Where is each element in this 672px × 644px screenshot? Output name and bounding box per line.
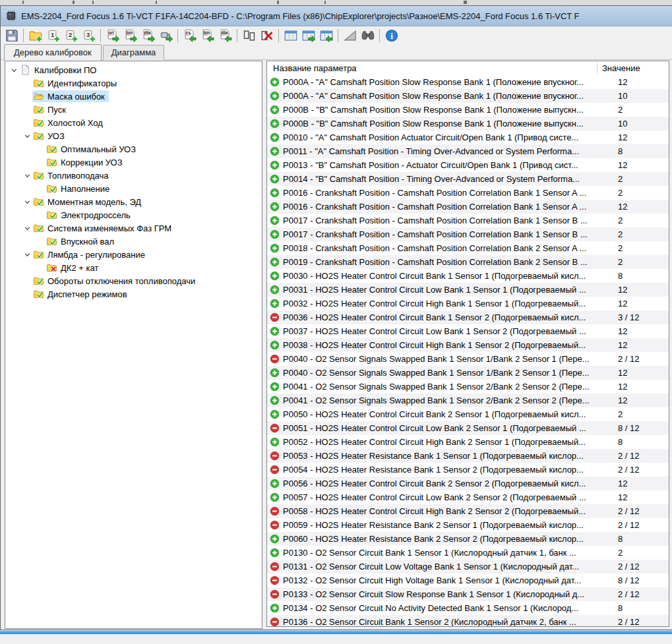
column-header-value[interactable]: Значение [602, 63, 640, 73]
tree-item[interactable]: Топливоподача [5, 169, 262, 182]
table-row[interactable]: P0131 - O2 Sensor Circuit Low Voltage Ba… [267, 560, 669, 573]
export-dta-button[interactable]: dta [139, 27, 157, 44]
tree-item[interactable]: ДК2 + кат [5, 261, 262, 274]
about-button[interactable]: i [382, 27, 400, 44]
table-row[interactable]: P0030 - HO2S Heater Control Circuit Bank… [267, 269, 669, 283]
table-row[interactable]: P0017 - Crankshaft Position - Camshaft P… [267, 227, 669, 241]
table-row[interactable]: P0018 - Crankshaft Position - Camshaft P… [267, 241, 669, 255]
chevron-down-icon[interactable] [22, 196, 32, 207]
titlebar[interactable]: EMS-2204_Ford Focus 1.6 Ti-VCT F1FA-14C2… [1, 6, 672, 26]
add-project-button[interactable] [26, 27, 44, 44]
table-row[interactable]: P0040 - O2 Sensor Signals Swapped Bank 1… [267, 366, 669, 380]
tree-item[interactable]: Калибровки ПО [5, 63, 262, 76]
export-device-button[interactable] [157, 27, 175, 44]
chevron-down-icon[interactable] [22, 249, 32, 260]
table-row[interactable]: P0016 - Crankshaft Position - Camshaft P… [267, 186, 669, 200]
tree-node-body[interactable]: Оптимальный УОЗ [46, 143, 140, 155]
tree-node-body[interactable]: Электродроссель [46, 209, 135, 221]
table-row[interactable]: P000B - "B" Camshaft Position Slow Respo… [267, 103, 669, 117]
table-row[interactable]: P0051 - HO2S Heater Control Circuit Low … [267, 421, 669, 435]
tree-node-body[interactable]: Холостой Ход [32, 117, 107, 129]
chevron-down-icon[interactable] [22, 131, 32, 141]
tree-item[interactable]: Пуск [5, 103, 262, 116]
column-header-name[interactable]: Название параметра [267, 63, 357, 73]
window-bottom-border[interactable] [0, 630, 672, 634]
tab-calibration-tree[interactable]: Дерево калибровок [4, 44, 102, 61]
table-row[interactable]: P0031 - HO2S Heater Control Circuit Low … [267, 283, 669, 297]
chevron-down-icon[interactable] [22, 223, 32, 233]
table-row[interactable]: P0014 - "B" Camshaft Position - Timing O… [267, 172, 669, 186]
import-bin-button[interactable]: bin [199, 27, 216, 44]
tree-item[interactable]: Электродроссель [5, 208, 262, 221]
tree-node-body[interactable]: Диспетчер режимов [32, 288, 131, 300]
tree-item[interactable]: Система изменяемых Фаз ГРМ [5, 221, 262, 235]
tab-diagram[interactable]: Диаграмма [103, 45, 165, 60]
tree-item[interactable]: Коррекции УОЗ [5, 156, 262, 169]
save-button[interactable] [3, 27, 20, 44]
tree-node-body[interactable]: Лямбда - регулирование [32, 249, 149, 260]
table-row[interactable]: P0041 - O2 Sensor Signals Swapped Bank 1… [267, 394, 669, 407]
ramp-button[interactable] [341, 27, 359, 44]
table-row[interactable]: P0041 - O2 Sensor Signals Swapped Bank 1… [267, 380, 669, 394]
tree-node-body[interactable]: УОЗ [32, 130, 69, 142]
table-row[interactable]: P0013 - "B" Camshaft Position - Actuator… [267, 158, 669, 172]
tree-item[interactable]: Диспетчер режимов [5, 287, 262, 301]
tree-item[interactable]: Маска ошибок [5, 90, 262, 103]
import-dta-button[interactable]: dta [216, 27, 234, 44]
table-export-button[interactable] [299, 27, 317, 44]
tree-node-body[interactable]: Обороты отключения топливоподачи [32, 275, 199, 287]
table-row[interactable]: P0017 - Crankshaft Position - Camshaft P… [267, 214, 669, 227]
tree-item[interactable]: Моментная модель, ЭД [5, 195, 262, 208]
tree-node-body[interactable]: ДК2 + кат [46, 262, 102, 274]
tree-item[interactable]: Впускной вал [5, 235, 262, 248]
tree-node-body[interactable]: Моментная модель, ЭД [32, 196, 145, 208]
import-cs-button[interactable]: cs. [181, 27, 199, 44]
table-row[interactable]: P0019 - Crankshaft Position - Camshaft P… [267, 255, 669, 269]
table-row[interactable]: P0036 - HO2S Heater Control Circuit Bank… [267, 310, 669, 324]
tree-item[interactable]: Оптимальный УОЗ [5, 142, 262, 156]
tree-item[interactable]: Идентификаторы [5, 76, 262, 90]
column-separator[interactable] [597, 63, 597, 74]
table-row[interactable]: P000A - "A" Camshaft Position Slow Respo… [267, 89, 669, 103]
table-row[interactable]: P0032 - HO2S Heater Control Circuit High… [267, 297, 669, 310]
tree-item[interactable]: УОЗ [5, 129, 262, 142]
search-button[interactable] [359, 27, 377, 44]
table-row[interactable]: P0059 - HO2S Heater Resistance Bank 2 Se… [267, 518, 669, 532]
table-row[interactable]: P0058 - HO2S Heater Control Circuit High… [267, 504, 669, 518]
table-row[interactable]: P0038 - HO2S Heater Control Circuit High… [267, 338, 669, 352]
chevron-down-icon[interactable] [22, 170, 32, 181]
table-row[interactable]: P0130 - O2 Sensor Circuit Bank 1 Sensor … [267, 546, 669, 560]
table-row[interactable]: P0053 - HO2S Heater Resistance Bank 1 Se… [267, 449, 669, 463]
table-row[interactable]: P0136 - O2 Sensor Circuit Bank 1 Sensor … [267, 615, 669, 627]
tree-node-body[interactable]: Маска ошибок [32, 90, 109, 102]
table-row[interactable]: P000A - "A" Camshaft Position Slow Respo… [267, 75, 669, 89]
export-ori-button[interactable]: ori [104, 27, 121, 44]
remove-chip-button[interactable] [258, 27, 276, 44]
table-row[interactable]: P0010 - "A" Camshaft Position Actuator C… [267, 131, 669, 144]
tree-item[interactable]: Лямбда - регулирование [5, 248, 262, 261]
tree-item[interactable]: Обороты отключения топливоподачи [5, 274, 262, 287]
tree-node-body[interactable]: Система изменяемых Фаз ГРМ [32, 222, 175, 234]
table-row[interactable]: P0056 - HO2S Heater Control Circuit Bank… [267, 477, 669, 490]
table-view-button[interactable] [282, 27, 299, 44]
tree-node-body[interactable]: Коррекции УОЗ [46, 156, 127, 168]
tree-node-body[interactable]: Наполнение [46, 183, 113, 194]
table-row[interactable]: P0057 - HO2S Heater Control Circuit Low … [267, 490, 669, 504]
table-row[interactable]: P0054 - HO2S Heater Resistance Bank 1 Se… [267, 463, 669, 477]
add-chip-3-button[interactable]: 3 [80, 27, 98, 44]
tree-node-body[interactable]: Топливоподача [32, 169, 113, 181]
export-bin-button[interactable]: bin [121, 27, 139, 44]
table-row[interactable]: P0040 - O2 Sensor Signals Swapped Bank 1… [267, 352, 669, 366]
compare-chips-button[interactable] [240, 27, 258, 44]
tree-node-body[interactable]: Идентификаторы [32, 77, 121, 89]
table-row[interactable]: P0050 - HO2S Heater Control Circuit Bank… [267, 407, 669, 421]
table-row[interactable]: P0016 - Crankshaft Position - Camshaft P… [267, 200, 669, 214]
chevron-down-icon[interactable] [9, 65, 19, 75]
tree-item[interactable]: Наполнение [5, 182, 262, 195]
add-chip-1-button[interactable]: 1 [44, 27, 62, 44]
tree-node-body[interactable]: Впускной вал [46, 235, 118, 247]
table-import-button[interactable] [317, 27, 335, 44]
table-row[interactable]: P0060 - HO2S Heater Resistance Bank 2 Se… [267, 532, 669, 546]
tree-item[interactable]: Холостой Ход [5, 116, 262, 129]
add-chip-2-button[interactable]: 2 [62, 27, 80, 44]
